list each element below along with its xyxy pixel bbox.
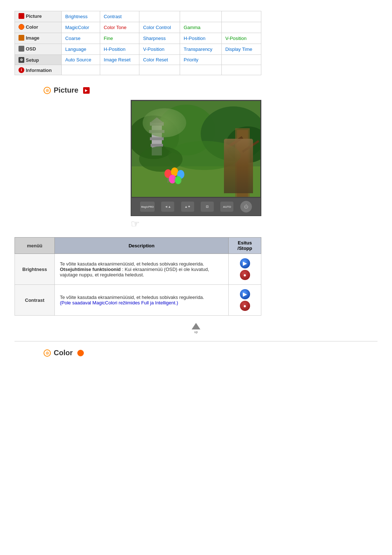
nav-osd-vposition[interactable]: V-Position <box>139 44 180 55</box>
nav-vposition[interactable]: V-Position <box>221 33 261 44</box>
nav-gamma[interactable]: Gamma <box>180 22 222 33</box>
contrast-buttons: ▶ ● <box>229 285 261 316</box>
nav-colortone[interactable]: Color Tone <box>100 22 139 33</box>
svg-rect-9 <box>150 137 164 140</box>
nav-row-picture: Picture Brightness Contrast <box>15 11 261 22</box>
brightness-desc-bold: Otsejuhtimise funktsioonid <box>60 267 121 272</box>
table-row-contrast: Contrast Te võite kasutada ekraanimenüüs… <box>15 285 261 316</box>
brightness-description: Te võite kasutada ekraanimenüüsid, et he… <box>55 254 229 285</box>
menu-image[interactable]: Image <box>15 33 62 44</box>
nav-empty-1 <box>139 11 180 22</box>
nav-imagereset[interactable]: Image Reset <box>100 55 139 65</box>
nav-empty-3 <box>221 11 261 22</box>
menu-picture-label: Picture <box>26 13 42 19</box>
nav-info-1 <box>61 65 100 75</box>
contrast-next-btn[interactable]: ▶ <box>240 289 250 299</box>
up-button-container: up <box>15 323 377 334</box>
svg-line-14 <box>226 137 242 148</box>
nav-table: Picture Brightness Contrast Color MagicC… <box>15 11 261 75</box>
table-row-brightness: Brightness Te võite kasutada ekraanimenü… <box>15 254 261 285</box>
nav-info-5 <box>221 65 261 75</box>
image-icon-nav <box>19 35 24 41</box>
osd-icon-nav <box>19 46 24 52</box>
nav-magiccolor[interactable]: MagicColor <box>61 22 100 33</box>
nav-displaytime[interactable]: Display Time <box>221 44 261 55</box>
monitor-controls: MagicPRO ◄▲ ▲✦ ⊡ AUTO ⏻ <box>131 198 261 216</box>
hand-pointing-icon: ☞ <box>131 218 140 230</box>
ctrl-power-btn[interactable]: ⏻ <box>240 201 252 212</box>
color-icon-nav <box>19 24 24 30</box>
menu-setup-label: Setup <box>26 57 39 63</box>
nav-info-3 <box>139 65 180 75</box>
nav-row-color: Color MagicColor Color Tone Color Contro… <box>15 22 261 33</box>
nav-brightness[interactable]: Brightness <box>61 11 100 22</box>
nav-osd-hposition[interactable]: H-Position <box>100 44 139 55</box>
svg-rect-12 <box>237 130 248 198</box>
menu-information[interactable]: i Information <box>15 65 62 75</box>
contrast-description: Te võite kasutada ekraanimenüüsid, et he… <box>55 285 229 316</box>
up-button[interactable]: up <box>192 323 200 334</box>
nav-row-info: i Information <box>15 65 261 75</box>
nav-hposition[interactable]: H-Position <box>180 33 222 44</box>
menu-color[interactable]: Color <box>15 22 62 33</box>
svg-rect-1 <box>132 166 261 198</box>
nav-empty-2 <box>180 11 222 22</box>
nav-empty-4 <box>221 22 261 33</box>
nav-fine[interactable]: Fine <box>100 33 139 44</box>
brightness-desc-text1: Te võite kasutada ekraanimenüüsid, et he… <box>60 261 204 267</box>
nav-colorreset[interactable]: Color Reset <box>139 55 180 65</box>
picture-title: Picture <box>54 86 78 94</box>
menu-osd[interactable]: OSD <box>15 44 62 55</box>
contrast-stop-btn[interactable]: ● <box>240 301 250 311</box>
setup-icon-nav: ⚙ <box>19 57 24 63</box>
svg-rect-8 <box>149 130 164 133</box>
nav-autosource[interactable]: Auto Source <box>61 55 100 65</box>
color-title: Color <box>54 349 73 357</box>
contrast-label: Contrast <box>15 285 55 316</box>
svg-point-22 <box>175 176 181 184</box>
ctrl-menu-btn[interactable]: ⊡ <box>201 202 214 212</box>
nav-colorcontrol[interactable]: Color Control <box>139 22 180 33</box>
nav-row-setup: ⚙ Setup Auto Source Image Reset Color Re… <box>15 55 261 65</box>
section-divider <box>15 341 377 341</box>
brightness-next-btn[interactable]: ▶ <box>240 258 250 268</box>
monitor-container: MagicPRO ◄▲ ▲✦ ⊡ AUTO ⏻ ☞ <box>120 100 272 230</box>
stop-header: Esitus /Stopp <box>229 238 261 254</box>
nav-transparency[interactable]: Transparency <box>180 44 222 55</box>
menu-info-label: Information <box>26 68 52 73</box>
svg-rect-7 <box>150 122 164 126</box>
nav-contrast[interactable]: Contrast <box>100 11 139 22</box>
color-badge <box>77 350 84 356</box>
menu-setup[interactable]: ⚙ Setup <box>15 55 62 65</box>
menu-image-label: Image <box>26 35 40 41</box>
menu-picture[interactable]: Picture <box>15 11 62 22</box>
brightness-stop-btn[interactable]: ● <box>240 270 250 280</box>
menu-color-label: Color <box>26 24 38 30</box>
nav-row-osd: OSD Language H-Position V-Position Trans… <box>15 44 261 55</box>
nav-priority[interactable]: Priority <box>180 55 222 65</box>
info-icon-nav: i <box>19 67 24 73</box>
menu-osd-label: OSD <box>26 46 36 52</box>
nav-coarse[interactable]: Coarse <box>61 33 100 44</box>
table-header-row: menüü Description Esitus /Stopp <box>15 238 261 254</box>
nav-row-image: Image Coarse Fine Sharpness H-Position V… <box>15 33 261 44</box>
color-section-icon: ◎ <box>44 349 51 357</box>
ctrl-brightness-btn[interactable]: ▲✦ <box>181 202 194 212</box>
brightness-buttons: ▶ ● <box>229 254 261 285</box>
ctrl-auto-btn[interactable]: AUTO <box>220 202 233 212</box>
nav-sharpness[interactable]: Sharpness <box>139 33 180 44</box>
menu-header: menüü <box>15 238 55 254</box>
ctrl-nav-btn[interactable]: ◄▲ <box>161 202 174 212</box>
svg-point-21 <box>169 175 176 183</box>
nav-info-2 <box>100 65 139 75</box>
picture-section-header: ◎ Picture ▶ <box>44 86 377 94</box>
picture-section-icon: ◎ <box>44 87 51 94</box>
contrast-desc-note: (Pole saadaval MagicColori režiimides Fu… <box>60 300 178 305</box>
contrast-desc-text1: Te võite kasutada ekraanimenüüsid, et he… <box>60 295 204 300</box>
ctrl-magic-btn[interactable]: MagicPRO <box>140 202 155 212</box>
picture-badge: ▶ <box>83 87 90 94</box>
nav-empty-5 <box>221 55 261 65</box>
nav-language[interactable]: Language <box>61 44 100 55</box>
monitor-image <box>132 101 261 198</box>
brightness-label: Brightness <box>15 254 55 285</box>
